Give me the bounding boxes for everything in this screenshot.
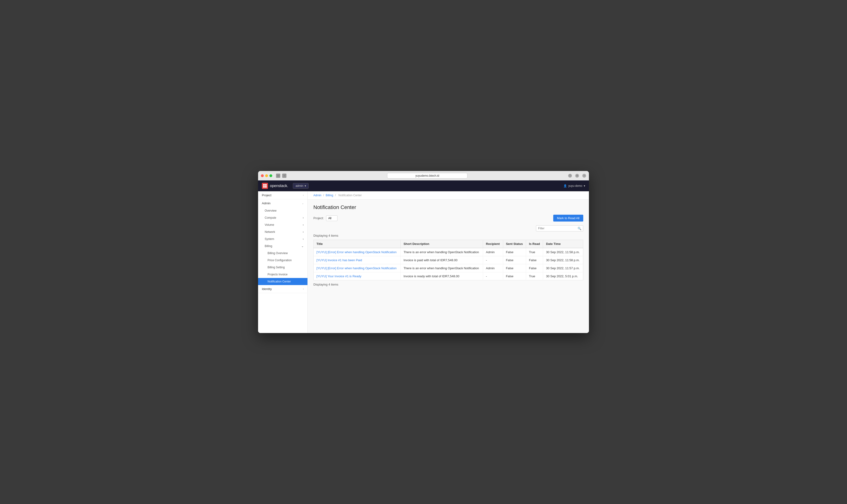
sidebar-item-identity[interactable]: Identity › <box>258 285 307 293</box>
notifications-table: Title Short Description Recipient Sent S… <box>313 240 583 280</box>
breadcrumb-admin[interactable]: Admin <box>313 194 321 197</box>
sidebar-item-system[interactable]: System › <box>258 235 307 242</box>
cell-recipient-1: - <box>483 256 503 264</box>
cell-sent-status-1: False <box>503 256 526 264</box>
breadcrumb-separator-2: / <box>335 194 337 197</box>
search-icon: 🔍 <box>578 227 581 230</box>
sidebar-toggle-icon[interactable]: ▭ <box>276 174 280 178</box>
notification-link-1[interactable]: [YUYU] Invoice #1 has been Paid <box>316 258 362 262</box>
col-short-description: Short Description <box>401 240 483 248</box>
title-bar: ▭ ‹ yuyudemo.btech.id ⓘ ⬆ + <box>258 171 589 180</box>
new-tab-icon[interactable]: + <box>582 174 586 178</box>
project-select[interactable]: All <box>326 215 337 221</box>
chevron-down-icon: ⌄ <box>301 245 304 248</box>
cell-is-read-1: False <box>526 256 543 264</box>
info-icon[interactable]: ⓘ <box>568 174 572 178</box>
col-title: Title <box>314 240 401 248</box>
col-is-read: Is Read <box>526 240 543 248</box>
cell-short-desc-2: There is an error when handling OpenStac… <box>401 264 483 272</box>
user-icon: 👤 <box>563 184 567 187</box>
table-row: [YUYU] [Error] Error when handling OpenS… <box>314 248 583 256</box>
table-row: [YUYU] [Error] Error when handling OpenS… <box>314 264 583 272</box>
filter-row: Project: All Mark to Read All <box>313 215 583 221</box>
mark-read-all-button[interactable]: Mark to Read All <box>553 215 583 221</box>
cell-date-time-0: 30 Sep 2022, 11:58 p.m. <box>543 248 583 256</box>
dropdown-arrow-icon: ▾ <box>305 184 306 187</box>
breadcrumb-separator-1: / <box>323 194 325 197</box>
cell-short-desc-3: Invoice is ready with total of IDR7,548.… <box>401 272 483 280</box>
cell-title-2: [YUYU] [Error] Error when handling OpenS… <box>314 264 401 272</box>
page-content: Notification Center Project: All Mark to… <box>308 200 589 293</box>
col-sent-status: Sent Status <box>503 240 526 248</box>
sidebar-item-volume[interactable]: Volume › <box>258 221 307 228</box>
notification-link-2[interactable]: [YUYU] [Error] Error when handling OpenS… <box>316 266 396 270</box>
address-bar: yuyudemo.btech.id <box>288 173 566 179</box>
breadcrumb-current: Notification Center <box>338 194 362 197</box>
billing-label: Billing <box>265 245 272 248</box>
sidebar-item-project[interactable]: Project › <box>258 191 307 199</box>
filter-search-row: 🔍 <box>313 225 583 231</box>
sidebar-item-overview[interactable]: Overview <box>258 207 307 214</box>
billing-overview-label: Billing Overview <box>267 252 288 255</box>
user-menu[interactable]: 👤 yuyu-demo ▾ <box>563 184 585 187</box>
cell-title-0: [YUYU] [Error] Error when handling OpenS… <box>314 248 401 256</box>
share-icon[interactable]: ⬆ <box>575 174 579 178</box>
content-area: Admin / Billing / Notification Center No… <box>308 191 589 333</box>
maximize-button[interactable] <box>269 174 272 177</box>
cell-date-time-2: 30 Sep 2022, 11:57 p.m. <box>543 264 583 272</box>
compute-label: Compute <box>265 216 276 219</box>
sidebar-item-billing-setting[interactable]: Billing Setting <box>258 264 307 271</box>
table-body: [YUYU] [Error] Error when handling OpenS… <box>314 248 583 280</box>
sidebar-item-price-config[interactable]: Price Configuration <box>258 257 307 264</box>
sidebar-item-admin[interactable]: Admin ⌄ <box>258 199 307 207</box>
cell-is-read-3: True <box>526 272 543 280</box>
url-display[interactable]: yuyudemo.btech.id <box>387 173 467 179</box>
cell-date-time-1: 30 Sep 2022, 11:58 p.m. <box>543 256 583 264</box>
table-header: Title Short Description Recipient Sent S… <box>314 240 583 248</box>
minimize-button[interactable] <box>265 174 268 177</box>
sidebar-item-compute[interactable]: Compute › <box>258 214 307 221</box>
cell-recipient-2: Admin <box>483 264 503 272</box>
network-label: Network <box>265 230 275 234</box>
app-container: openstack. admin ▾ 👤 yuyu-demo ▾ Project… <box>258 180 589 333</box>
main-layout: Project › Admin ⌄ Overview Compute › Vol… <box>258 191 589 333</box>
notification-link-0[interactable]: [YUYU] [Error] Error when handling OpenS… <box>316 250 396 254</box>
project-select-wrapper: All <box>326 215 337 221</box>
title-bar-actions: ⓘ ⬆ + <box>568 174 586 178</box>
identity-label: Identity <box>262 287 272 291</box>
admin-label: admin <box>295 184 303 187</box>
overview-label: Overview <box>265 209 277 212</box>
svg-rect-1 <box>265 184 267 186</box>
filter-label: Project: <box>313 216 324 220</box>
back-icon[interactable]: ‹ <box>282 174 286 178</box>
chevron-right-icon: › <box>303 288 304 290</box>
search-input[interactable] <box>536 225 583 231</box>
sidebar-item-billing-overview[interactable]: Billing Overview <box>258 250 307 257</box>
notification-center-label: Notification Center <box>267 280 291 283</box>
browser-window: ▭ ‹ yuyudemo.btech.id ⓘ ⬆ + openstack. a… <box>258 171 589 333</box>
admin-dropdown[interactable]: admin ▾ <box>293 183 308 189</box>
close-button[interactable] <box>261 174 264 177</box>
cell-date-time-3: 30 Sep 2022, 5:01 p.m. <box>543 272 583 280</box>
sidebar-item-notification-center[interactable]: Notification Center <box>258 278 307 285</box>
cell-short-desc-1: Invoice is paid with total of IDR7,548.0… <box>401 256 483 264</box>
billing-setting-label: Billing Setting <box>267 266 285 269</box>
notification-link-3[interactable]: [YUYU] Your Invoice #1 is Ready <box>316 274 361 278</box>
sidebar-item-billing[interactable]: Billing ⌄ <box>258 242 307 250</box>
sidebar-item-projects-invoice[interactable]: Projects Invoice <box>258 271 307 278</box>
username: yuyu-demo <box>568 184 582 187</box>
cell-title-3: [YUYU] Your Invoice #1 is Ready <box>314 272 401 280</box>
cell-sent-status-0: False <box>503 248 526 256</box>
chevron-right-icon: › <box>303 237 304 241</box>
svg-rect-3 <box>265 186 267 187</box>
breadcrumb-billing[interactable]: Billing <box>326 194 333 197</box>
displaying-top: Displaying 4 items <box>313 234 583 237</box>
table-row: [YUYU] Your Invoice #1 is Ready Invoice … <box>314 272 583 280</box>
cell-short-desc-0: There is an error when handling OpenStac… <box>401 248 483 256</box>
sidebar-item-network[interactable]: Network › <box>258 228 307 235</box>
cell-is-read-0: True <box>526 248 543 256</box>
cell-sent-status-3: False <box>503 272 526 280</box>
chevron-down-icon: ⌄ <box>302 202 304 204</box>
sidebar-admin-label: Admin <box>262 201 270 205</box>
traffic-lights <box>261 174 272 177</box>
